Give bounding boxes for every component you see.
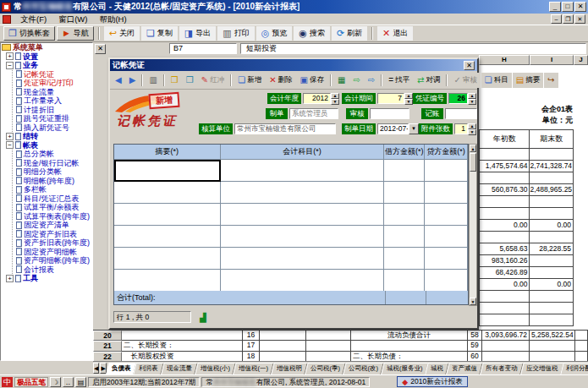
spin-up-icon[interactable]: ▲: [404, 93, 413, 99]
sidebar-branch-设置[interactable]: +设置: [4, 52, 92, 62]
scroll-down-icon[interactable]: ▼: [470, 298, 476, 305]
field-input-审核[interactable]: [370, 108, 409, 119]
strip-cell[interactable]: [530, 208, 574, 220]
voucher-grid-scrollbar[interactable]: ▲ ▼: [469, 144, 477, 306]
sheet-tab-利润表[interactable]: 利润表: [134, 363, 164, 374]
toolbar-close-window-button[interactable]: ↩关闭: [104, 26, 140, 41]
sidebar-item-插入新凭证号[interactable]: 插入新凭证号: [13, 123, 92, 133]
dialog-close-icon[interactable]: ✕: [464, 61, 475, 70]
spin-up-icon[interactable]: ▲: [468, 93, 476, 99]
scroll-up-icon[interactable]: ▲: [470, 145, 476, 152]
strip-cell[interactable]: [530, 149, 574, 161]
collapse-icon[interactable]: −: [6, 62, 14, 69]
strip-cell[interactable]: 1,475,574.64: [480, 161, 530, 172]
sheet-cell[interactable]: 二、长期投资：: [122, 341, 243, 351]
row-header[interactable]: 20: [93, 331, 122, 341]
strip-cell[interactable]: [480, 291, 530, 303]
menu-item-文[interactable]: 文件(F): [14, 14, 52, 24]
minimize-button[interactable]: _: [549, 2, 561, 12]
field-input-制单[interactable]: 系统管理员: [289, 108, 338, 119]
sidebar-item-现金/银行日记帐[interactable]: 现金/银行日记帐: [13, 159, 92, 168]
spin-up-icon[interactable]: ▲: [468, 123, 476, 129]
strip-cell[interactable]: [480, 172, 530, 184]
column-header-I[interactable]: I: [530, 55, 574, 65]
grid-cell[interactable]: [221, 182, 385, 204]
dialog-delete-voucher-button[interactable]: ✕删除: [266, 73, 295, 88]
grid-cell[interactable]: [384, 204, 425, 226]
sheet-tab-增值税(小)[interactable]: 增值税(小): [195, 363, 235, 374]
sidebar-item-试算平衡表(跨年度)[interactable]: 试算平衡表(跨年度): [13, 212, 92, 221]
sidebar-branch-业务[interactable]: −业务: [4, 61, 92, 70]
menu-item-帮[interactable]: 帮助(H): [93, 14, 132, 24]
sidebar-branch-帐表[interactable]: −帐表: [4, 141, 92, 150]
toolbar-export-button[interactable]: ◨导出: [179, 26, 216, 41]
sidebar-item-科目/凭证汇总表[interactable]: 科目/凭证汇总表: [13, 194, 92, 204]
grid-cell[interactable]: [384, 248, 425, 270]
tab-scroll-right-icon[interactable]: ▶: [100, 363, 106, 374]
sheet-cell[interactable]: [482, 341, 530, 351]
strip-cell[interactable]: 0.00: [530, 220, 574, 232]
grid-cell[interactable]: [114, 248, 221, 270]
field-input-会计期间[interactable]: 7: [377, 93, 404, 104]
grid-cell[interactable]: [425, 270, 468, 292]
dialog-new-voucher-button[interactable]: ❏新增: [234, 73, 265, 88]
strip-cell[interactable]: [530, 267, 574, 279]
spinner-附件张数[interactable]: ▲▼: [468, 123, 476, 134]
strip-cell[interactable]: 0.00: [530, 279, 574, 291]
toolbar-exit-button[interactable]: ✕退出: [377, 26, 413, 41]
sheet-tab-公司税(改)[interactable]: 公司税(改): [343, 363, 383, 374]
spin-up-icon[interactable]: ▲: [331, 93, 339, 99]
collapse-icon[interactable]: −: [6, 141, 14, 149]
spin-down-icon[interactable]: ▼: [331, 99, 339, 105]
sheet-tab-公司税(季)[interactable]: 公司税(季): [305, 363, 345, 374]
sidebar-item-现金流量[interactable]: 现金流量: [13, 88, 92, 97]
sidebar-item-总分类帐[interactable]: 总分类帐: [13, 150, 92, 159]
sidebar-item-明细分类帐[interactable]: 明细分类帐: [13, 167, 92, 177]
dialog-import-button[interactable]: ⇨: [349, 73, 363, 88]
sheet-cell[interactable]: 5,258,522.54: [530, 331, 575, 341]
sheet-tab-城税(服务业)[interactable]: 城税(服务业): [381, 363, 428, 374]
tab-scroll-left-icon[interactable]: ◀: [93, 363, 99, 374]
sidebar-branch-结转[interactable]: +结转: [4, 132, 92, 141]
sheet-cell[interactable]: [260, 341, 306, 351]
sheet-tab-所有者变动[interactable]: 所有者变动: [481, 363, 524, 374]
mdi-minimize-button[interactable]: –: [551, 14, 562, 24]
toolbar-preview-button[interactable]: ◎预览: [256, 26, 293, 41]
sidebar-item-资产明细帐(跨年度)[interactable]: 资产明细帐(跨年度): [13, 256, 92, 265]
grid-cell[interactable]: [384, 270, 425, 292]
dialog-open-voucher-button[interactable]: ❒: [168, 73, 182, 88]
mdi-close-button[interactable]: ✕: [574, 14, 585, 24]
toolbar-switch-ledger-button[interactable]: ❐切换帐套: [3, 26, 55, 41]
ime-punct-icon[interactable]: ‥: [63, 377, 74, 387]
dialog-swap-button[interactable]: ⇄对调: [414, 73, 443, 88]
strip-cell[interactable]: 0.00: [480, 220, 530, 232]
expand-icon[interactable]: +: [6, 275, 14, 282]
sidebar-item-跳号凭证重排[interactable]: 跳号凭证重排: [13, 114, 92, 123]
grid-cell[interactable]: [221, 226, 385, 248]
dialog-balance-button[interactable]: =找平: [385, 73, 413, 88]
grid-cell[interactable]: [425, 160, 468, 182]
sidebar-item-计提折旧[interactable]: 计提折旧: [13, 106, 92, 115]
field-input-核算单位[interactable]: 常州市宝楠锻造有限公司: [234, 123, 336, 134]
sidebar-item-资产折旧表(跨年度)[interactable]: 资产折旧表(跨年度): [13, 238, 92, 248]
grid-cell[interactable]: [221, 204, 385, 226]
strip-cell[interactable]: 5,658.63: [480, 243, 530, 255]
sidebar-branch-工具[interactable]: +工具: [4, 274, 92, 283]
strip-cell[interactable]: 560,876.30: [480, 184, 530, 196]
dialog-export-arrow-button[interactable]: ⇨: [365, 73, 378, 88]
sidebar-item-凭证审/记/打印[interactable]: 凭证审/记/打印: [13, 79, 92, 88]
sidebar-item-明细帐(跨年度)[interactable]: 明细帐(跨年度): [13, 177, 92, 186]
ime-keyboard-icon[interactable]: ▤: [75, 377, 86, 387]
sheet-cell[interactable]: [351, 341, 468, 351]
scroll-thumb[interactable]: [470, 153, 476, 172]
sheet-tab-应交增值税[interactable]: 应交增值税: [520, 363, 563, 374]
grid-cell[interactable]: [221, 248, 385, 270]
field-input-制单日期[interactable]: 2012-07-31: [377, 123, 409, 134]
strip-cell[interactable]: 0.00: [480, 279, 530, 291]
expand-icon[interactable]: +: [6, 52, 14, 60]
sheet-cell[interactable]: [306, 331, 351, 341]
sidebar-item-工作量录入[interactable]: 工作量录入: [13, 96, 92, 106]
field-input-记账[interactable]: [445, 108, 477, 119]
sidebar-item-记帐凭证[interactable]: 记帐凭证: [13, 70, 92, 79]
grid-cell[interactable]: [114, 226, 221, 248]
